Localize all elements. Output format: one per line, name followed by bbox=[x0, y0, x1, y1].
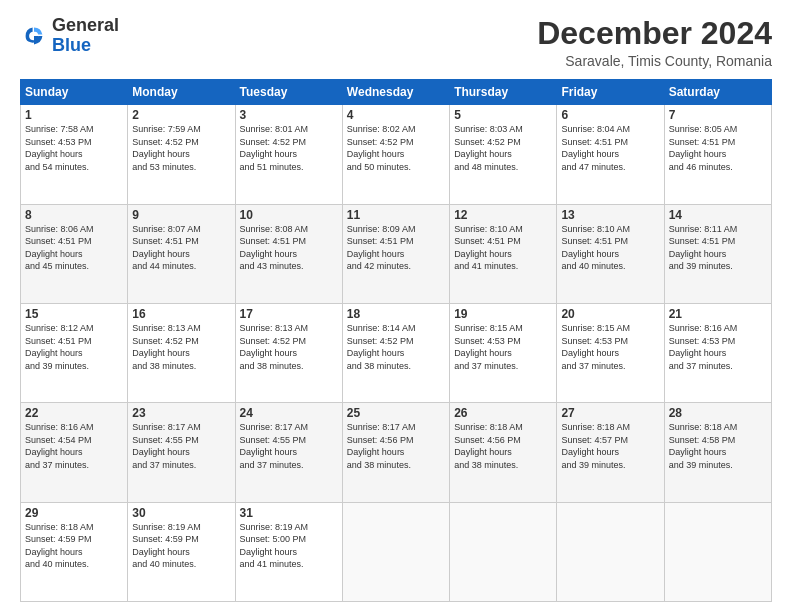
day-detail: Sunrise: 8:10 AMSunset: 4:51 PMDaylight … bbox=[561, 224, 630, 272]
day-number: 30 bbox=[132, 506, 230, 520]
day-number: 8 bbox=[25, 208, 123, 222]
day-number: 16 bbox=[132, 307, 230, 321]
day-detail: Sunrise: 8:03 AMSunset: 4:52 PMDaylight … bbox=[454, 124, 523, 172]
day-detail: Sunrise: 8:17 AMSunset: 4:55 PMDaylight … bbox=[240, 422, 309, 470]
day-detail: Sunrise: 8:01 AMSunset: 4:52 PMDaylight … bbox=[240, 124, 309, 172]
table-row bbox=[342, 502, 449, 601]
calendar-week-row: 22 Sunrise: 8:16 AMSunset: 4:54 PMDaylig… bbox=[21, 403, 772, 502]
page: General Blue December 2024 Saravale, Tim… bbox=[0, 0, 792, 612]
table-row bbox=[450, 502, 557, 601]
day-detail: Sunrise: 8:18 AMSunset: 4:59 PMDaylight … bbox=[25, 522, 94, 570]
day-detail: Sunrise: 8:18 AMSunset: 4:58 PMDaylight … bbox=[669, 422, 738, 470]
col-friday: Friday bbox=[557, 80, 664, 105]
day-detail: Sunrise: 8:10 AMSunset: 4:51 PMDaylight … bbox=[454, 224, 523, 272]
day-number: 24 bbox=[240, 406, 338, 420]
day-detail: Sunrise: 8:13 AMSunset: 4:52 PMDaylight … bbox=[240, 323, 309, 371]
calendar-week-row: 15 Sunrise: 8:12 AMSunset: 4:51 PMDaylig… bbox=[21, 303, 772, 402]
day-detail: Sunrise: 8:08 AMSunset: 4:51 PMDaylight … bbox=[240, 224, 309, 272]
day-detail: Sunrise: 8:12 AMSunset: 4:51 PMDaylight … bbox=[25, 323, 94, 371]
table-row: 9 Sunrise: 8:07 AMSunset: 4:51 PMDayligh… bbox=[128, 204, 235, 303]
col-thursday: Thursday bbox=[450, 80, 557, 105]
table-row: 17 Sunrise: 8:13 AMSunset: 4:52 PMDaylig… bbox=[235, 303, 342, 402]
day-number: 22 bbox=[25, 406, 123, 420]
table-row: 18 Sunrise: 8:14 AMSunset: 4:52 PMDaylig… bbox=[342, 303, 449, 402]
table-row: 29 Sunrise: 8:18 AMSunset: 4:59 PMDaylig… bbox=[21, 502, 128, 601]
table-row: 6 Sunrise: 8:04 AMSunset: 4:51 PMDayligh… bbox=[557, 105, 664, 204]
logo: General Blue bbox=[20, 16, 119, 56]
table-row bbox=[557, 502, 664, 601]
table-row: 22 Sunrise: 8:16 AMSunset: 4:54 PMDaylig… bbox=[21, 403, 128, 502]
day-number: 17 bbox=[240, 307, 338, 321]
logo-text: General Blue bbox=[52, 16, 119, 56]
table-row: 10 Sunrise: 8:08 AMSunset: 4:51 PMDaylig… bbox=[235, 204, 342, 303]
day-detail: Sunrise: 8:18 AMSunset: 4:56 PMDaylight … bbox=[454, 422, 523, 470]
day-number: 21 bbox=[669, 307, 767, 321]
month-title: December 2024 bbox=[537, 16, 772, 51]
calendar-header-row: Sunday Monday Tuesday Wednesday Thursday… bbox=[21, 80, 772, 105]
day-number: 20 bbox=[561, 307, 659, 321]
day-number: 9 bbox=[132, 208, 230, 222]
table-row: 2 Sunrise: 7:59 AMSunset: 4:52 PMDayligh… bbox=[128, 105, 235, 204]
day-number: 14 bbox=[669, 208, 767, 222]
day-number: 28 bbox=[669, 406, 767, 420]
table-row: 23 Sunrise: 8:17 AMSunset: 4:55 PMDaylig… bbox=[128, 403, 235, 502]
day-number: 18 bbox=[347, 307, 445, 321]
logo-general: General bbox=[52, 16, 119, 36]
calendar-week-row: 1 Sunrise: 7:58 AMSunset: 4:53 PMDayligh… bbox=[21, 105, 772, 204]
day-number: 10 bbox=[240, 208, 338, 222]
table-row: 20 Sunrise: 8:15 AMSunset: 4:53 PMDaylig… bbox=[557, 303, 664, 402]
day-detail: Sunrise: 8:16 AMSunset: 4:53 PMDaylight … bbox=[669, 323, 738, 371]
table-row: 25 Sunrise: 8:17 AMSunset: 4:56 PMDaylig… bbox=[342, 403, 449, 502]
col-monday: Monday bbox=[128, 80, 235, 105]
table-row: 30 Sunrise: 8:19 AMSunset: 4:59 PMDaylig… bbox=[128, 502, 235, 601]
day-number: 13 bbox=[561, 208, 659, 222]
day-detail: Sunrise: 8:15 AMSunset: 4:53 PMDaylight … bbox=[454, 323, 523, 371]
day-number: 23 bbox=[132, 406, 230, 420]
table-row: 3 Sunrise: 8:01 AMSunset: 4:52 PMDayligh… bbox=[235, 105, 342, 204]
header: General Blue December 2024 Saravale, Tim… bbox=[20, 16, 772, 69]
table-row: 11 Sunrise: 8:09 AMSunset: 4:51 PMDaylig… bbox=[342, 204, 449, 303]
day-detail: Sunrise: 8:05 AMSunset: 4:51 PMDaylight … bbox=[669, 124, 738, 172]
day-detail: Sunrise: 8:19 AMSunset: 4:59 PMDaylight … bbox=[132, 522, 201, 570]
calendar-week-row: 8 Sunrise: 8:06 AMSunset: 4:51 PMDayligh… bbox=[21, 204, 772, 303]
day-detail: Sunrise: 8:19 AMSunset: 5:00 PMDaylight … bbox=[240, 522, 309, 570]
day-detail: Sunrise: 8:15 AMSunset: 4:53 PMDaylight … bbox=[561, 323, 630, 371]
day-number: 12 bbox=[454, 208, 552, 222]
day-detail: Sunrise: 8:02 AMSunset: 4:52 PMDaylight … bbox=[347, 124, 416, 172]
table-row: 24 Sunrise: 8:17 AMSunset: 4:55 PMDaylig… bbox=[235, 403, 342, 502]
table-row: 28 Sunrise: 8:18 AMSunset: 4:58 PMDaylig… bbox=[664, 403, 771, 502]
day-detail: Sunrise: 8:11 AMSunset: 4:51 PMDaylight … bbox=[669, 224, 738, 272]
table-row: 19 Sunrise: 8:15 AMSunset: 4:53 PMDaylig… bbox=[450, 303, 557, 402]
table-row: 12 Sunrise: 8:10 AMSunset: 4:51 PMDaylig… bbox=[450, 204, 557, 303]
day-number: 15 bbox=[25, 307, 123, 321]
table-row: 21 Sunrise: 8:16 AMSunset: 4:53 PMDaylig… bbox=[664, 303, 771, 402]
calendar-week-row: 29 Sunrise: 8:18 AMSunset: 4:59 PMDaylig… bbox=[21, 502, 772, 601]
day-number: 7 bbox=[669, 108, 767, 122]
day-number: 19 bbox=[454, 307, 552, 321]
day-detail: Sunrise: 8:16 AMSunset: 4:54 PMDaylight … bbox=[25, 422, 94, 470]
day-detail: Sunrise: 8:17 AMSunset: 4:55 PMDaylight … bbox=[132, 422, 201, 470]
col-sunday: Sunday bbox=[21, 80, 128, 105]
day-detail: Sunrise: 8:17 AMSunset: 4:56 PMDaylight … bbox=[347, 422, 416, 470]
day-number: 11 bbox=[347, 208, 445, 222]
day-number: 31 bbox=[240, 506, 338, 520]
table-row: 1 Sunrise: 7:58 AMSunset: 4:53 PMDayligh… bbox=[21, 105, 128, 204]
col-saturday: Saturday bbox=[664, 80, 771, 105]
table-row: 26 Sunrise: 8:18 AMSunset: 4:56 PMDaylig… bbox=[450, 403, 557, 502]
table-row: 4 Sunrise: 8:02 AMSunset: 4:52 PMDayligh… bbox=[342, 105, 449, 204]
day-detail: Sunrise: 8:18 AMSunset: 4:57 PMDaylight … bbox=[561, 422, 630, 470]
day-number: 29 bbox=[25, 506, 123, 520]
table-row: 7 Sunrise: 8:05 AMSunset: 4:51 PMDayligh… bbox=[664, 105, 771, 204]
table-row: 13 Sunrise: 8:10 AMSunset: 4:51 PMDaylig… bbox=[557, 204, 664, 303]
day-detail: Sunrise: 7:59 AMSunset: 4:52 PMDaylight … bbox=[132, 124, 201, 172]
day-number: 27 bbox=[561, 406, 659, 420]
title-block: December 2024 Saravale, Timis County, Ro… bbox=[537, 16, 772, 69]
day-detail: Sunrise: 8:04 AMSunset: 4:51 PMDaylight … bbox=[561, 124, 630, 172]
table-row bbox=[664, 502, 771, 601]
day-number: 5 bbox=[454, 108, 552, 122]
logo-blue: Blue bbox=[52, 36, 119, 56]
table-row: 27 Sunrise: 8:18 AMSunset: 4:57 PMDaylig… bbox=[557, 403, 664, 502]
col-tuesday: Tuesday bbox=[235, 80, 342, 105]
day-number: 6 bbox=[561, 108, 659, 122]
day-detail: Sunrise: 7:58 AMSunset: 4:53 PMDaylight … bbox=[25, 124, 94, 172]
